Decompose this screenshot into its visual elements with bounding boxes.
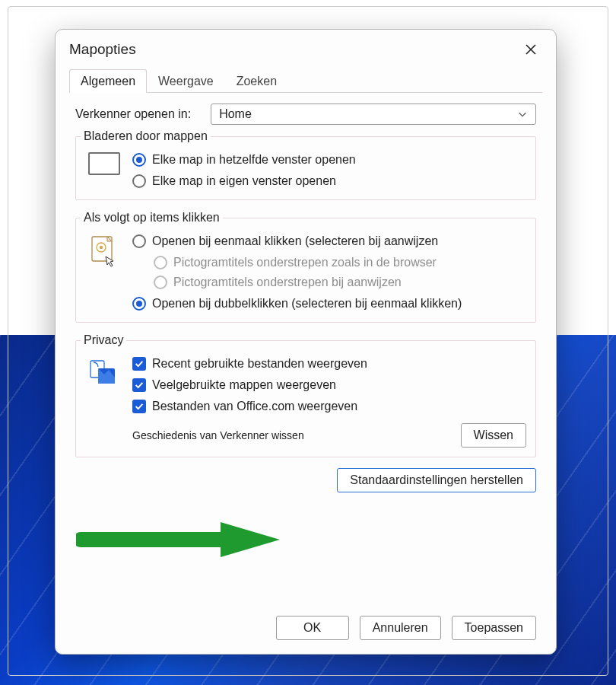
click-group: Als volgt op items klikken Openen bij ee… xyxy=(75,211,536,323)
dialog-title: Mapopties xyxy=(69,41,136,58)
radio-icon xyxy=(154,256,167,269)
click-single-option[interactable]: Openen bij eenmaal klikken (selecteren b… xyxy=(132,232,528,250)
click-sub-label: Pictogramtitels onderstrepen zoals in de… xyxy=(173,253,437,272)
dialog-footer: OK Annuleren Toepassen xyxy=(56,610,556,654)
tab-search[interactable]: Zoeken xyxy=(225,69,288,93)
click-sub-label: Pictogramtitels onderstrepen bij aanwijz… xyxy=(173,273,402,292)
browse-option-label: Elke map in hetzelfde venster openen xyxy=(152,151,356,169)
tab-content: Verkenner openen in: Home Bladeren door … xyxy=(56,93,556,610)
tab-view[interactable]: Weergave xyxy=(147,69,225,93)
tab-general[interactable]: Algemeen xyxy=(69,69,147,93)
privacy-office-files[interactable]: Bestanden van Office.com weergeven xyxy=(132,397,528,416)
window-icon xyxy=(88,152,120,175)
privacy-legend: Privacy xyxy=(81,333,126,347)
recent-files-icon xyxy=(87,356,121,390)
apply-button[interactable]: Toepassen xyxy=(452,616,536,640)
click-double-label: Openen bij dubbelklikken (selecteren bij… xyxy=(152,295,462,313)
privacy-item-label: Bestanden van Office.com weergeven xyxy=(152,397,357,416)
click-sub-browser: Pictogramtitels onderstrepen zoals in de… xyxy=(154,253,528,272)
close-icon xyxy=(525,43,537,56)
privacy-item-label: Recent gebruikte bestanden weergeven xyxy=(152,355,367,373)
titlebar: Mapopties xyxy=(56,30,556,65)
browse-option-label: Elke map in eigen venster openen xyxy=(152,172,336,190)
restore-row: Standaardinstellingen herstellen xyxy=(75,468,536,492)
radio-icon xyxy=(132,174,146,188)
open-in-row: Verkenner openen in: Home xyxy=(75,104,536,125)
clear-history-button[interactable]: Wissen xyxy=(461,423,526,448)
checkbox-checked-icon xyxy=(132,378,146,392)
radio-icon xyxy=(132,234,146,248)
radio-icon xyxy=(132,297,146,311)
ok-button[interactable]: OK xyxy=(276,616,349,640)
history-row: Geschiedenis van Verkenner wissen Wissen xyxy=(132,423,528,448)
browse-option-own-window[interactable]: Elke map in eigen venster openen xyxy=(132,172,528,190)
privacy-group: Privacy Recent gebruikte bes xyxy=(75,333,536,457)
folder-options-dialog: Mapopties Algemeen Weergave Zoeken Verke… xyxy=(55,29,557,655)
privacy-recent-files[interactable]: Recent gebruikte bestanden weergeven xyxy=(132,355,528,373)
click-sub-hover: Pictogramtitels onderstrepen bij aanwijz… xyxy=(154,273,528,292)
checkbox-checked-icon xyxy=(132,357,146,371)
svg-point-2 xyxy=(100,246,103,249)
browse-option-same-window[interactable]: Elke map in hetzelfde venster openen xyxy=(132,151,528,169)
click-double-option[interactable]: Openen bij dubbelklikken (selecteren bij… xyxy=(132,295,528,313)
cancel-button[interactable]: Annuleren xyxy=(360,616,441,640)
browse-icon xyxy=(84,151,125,190)
tabs: Algemeen Weergave Zoeken xyxy=(69,69,542,93)
history-label: Geschiedenis van Verkenner wissen xyxy=(132,429,304,441)
checkbox-checked-icon xyxy=(132,400,146,413)
click-legend: Als volgt op items klikken xyxy=(81,211,223,225)
browse-group: Bladeren door mappen Elke map in hetzelf… xyxy=(75,129,536,200)
click-single-label: Openen bij eenmaal klikken (selecteren b… xyxy=(152,232,438,250)
privacy-icon-col xyxy=(84,355,125,448)
close-button[interactable] xyxy=(519,40,542,59)
privacy-frequent-folders[interactable]: Veelgebruikte mappen weergeven xyxy=(132,376,528,394)
privacy-item-label: Veelgebruikte mappen weergeven xyxy=(152,376,336,394)
restore-defaults-button[interactable]: Standaardinstellingen herstellen xyxy=(337,468,536,492)
open-in-select[interactable]: Home xyxy=(211,104,536,125)
radio-icon xyxy=(132,153,146,167)
click-icon-col xyxy=(84,232,125,313)
chevron-down-icon xyxy=(517,109,528,119)
document-pointer-icon xyxy=(87,234,121,267)
open-in-label: Verkenner openen in: xyxy=(75,107,191,121)
radio-icon xyxy=(154,276,167,289)
open-in-value: Home xyxy=(219,107,252,121)
browse-legend: Bladeren door mappen xyxy=(81,129,211,143)
